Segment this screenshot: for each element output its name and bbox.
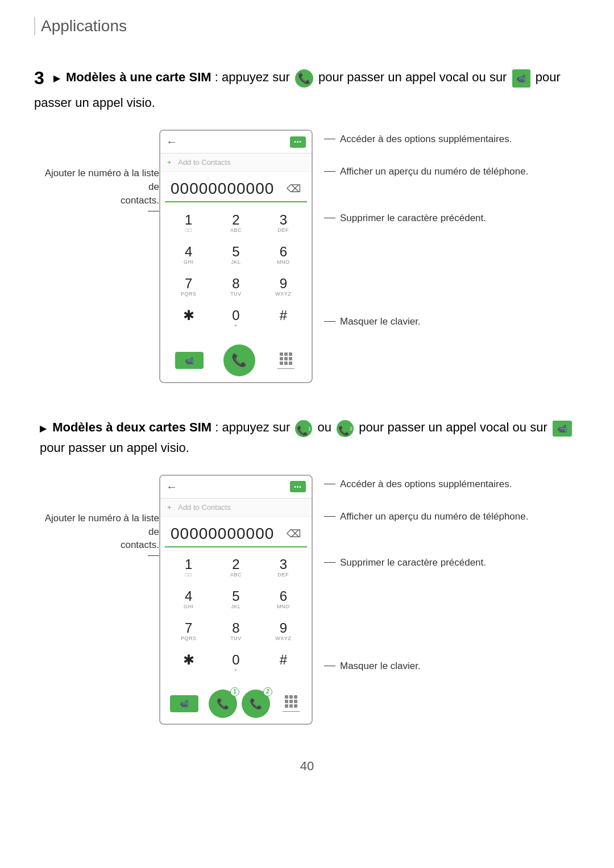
intro-text2-1: : appuyez sur	[215, 420, 293, 434]
section1-intro: 3 ▶ Modèles à une carte SIM : appuyez su…	[34, 64, 580, 113]
right-line-2-3	[324, 562, 335, 563]
key-star[interactable]: ✱	[170, 304, 207, 333]
right-text-1-4: Masquer le clavier.	[340, 315, 421, 329]
keypad-row-4: ✱ 0+ #	[165, 304, 307, 333]
intro-text2-2: ou	[318, 420, 335, 434]
key-9[interactable]: 9WXYZ	[265, 272, 302, 301]
sim1-badge: 1	[230, 687, 239, 696]
phone-icon-sim1: 📞1	[295, 420, 312, 437]
right-text-2-1: Accéder à des options supplémentaires.	[340, 477, 512, 491]
key-2-hash[interactable]: #	[265, 649, 302, 678]
key-1[interactable]: 1□□	[170, 208, 207, 238]
right-text-2-2: Afficher un aperçu du numéro de téléphon…	[340, 510, 528, 524]
three-dots-btn-1[interactable]: •••	[290, 136, 306, 148]
right-text-1-2: Afficher un aperçu du numéro de téléphon…	[340, 165, 528, 178]
call-btn-sim2[interactable]: 📞 2	[242, 690, 270, 718]
key-hash[interactable]: #	[265, 304, 302, 333]
call-btn-1[interactable]: 📞	[223, 344, 255, 376]
keypad-row-3: 7PQRS 8TUV 9WXYZ	[165, 272, 307, 301]
keypad-row-2-4: ✱ 0+ #	[165, 649, 307, 678]
hide-keypad-btn-1[interactable]	[275, 350, 297, 371]
key-2[interactable]: 2ABC	[217, 208, 254, 238]
right-col-1: Accéder à des options supplémentaires. A…	[324, 130, 528, 338]
right-ann-1-1: Accéder à des options supplémentaires.	[324, 132, 528, 146]
key-2-0[interactable]: 0+	[217, 649, 254, 678]
keypad-bottom-2: 📹 📞 1 📞 2	[160, 686, 312, 724]
phone-topbar-1: ← •••	[160, 131, 312, 153]
key-7[interactable]: 7PQRS	[170, 272, 207, 301]
intro-bold-2: Modèles à deux cartes SIM	[52, 420, 211, 434]
right-ann-1-4: Masquer le clavier.	[324, 315, 528, 329]
right-text-1-1: Accéder à des options supplémentaires.	[340, 132, 512, 146]
right-ann-2-3: Supprimer le caractère précédent.	[324, 556, 528, 570]
left-line-1	[148, 211, 159, 211]
key-3[interactable]: 3DEF	[265, 208, 302, 238]
intro-text2-4: pour passer un appel visio.	[40, 441, 189, 455]
section1: 3 ▶ Modèles à une carte SIM : appuyez su…	[34, 64, 580, 383]
keypad-1: 1□□ 2ABC 3DEF 4GHI 5JKL 6MNO 7PQRS 8TUV …	[160, 202, 312, 341]
video-icon-2: 📹	[553, 421, 572, 437]
video-call-btn-2[interactable]: 📹	[170, 695, 198, 712]
dots-icon-1: •••	[294, 139, 302, 145]
backspace-btn-1[interactable]: ⌫	[287, 182, 301, 195]
key-2-1[interactable]: 1□□	[170, 553, 207, 583]
key-2-star[interactable]: ✱	[170, 649, 207, 678]
right-ann-1-3: Supprimer le caractère précédent.	[324, 211, 528, 225]
left-label-2: Ajouter le numéro à la liste decontacts.	[34, 512, 159, 552]
keypad-row-2-2: 4GHI 5JKL 6MNO	[165, 585, 307, 614]
phone-number-1: 00000000000	[171, 180, 274, 198]
phone-icon-sim2: 📞2	[337, 420, 354, 437]
keypad-row-2-3: 7PQRS 8TUV 9WXYZ	[165, 617, 307, 646]
keypad-bottom-1: 📹 📞	[160, 341, 312, 382]
keypad-2: 1□□ 2ABC 3DEF 4GHI 5JKL 6MNO 7PQRS 8TUV …	[160, 547, 312, 686]
section2-diagram: Ajouter le numéro à la liste decontacts.…	[34, 475, 580, 725]
left-arrow-2	[148, 555, 159, 556]
left-arrow-1	[148, 211, 159, 211]
key-8[interactable]: 8TUV	[217, 272, 254, 301]
phone-number-2: 00000000000	[171, 525, 274, 543]
back-arrow-1: ←	[166, 135, 177, 148]
key-6[interactable]: 6MNO	[265, 240, 302, 269]
right-text-1-3: Supprimer le caractère précédent.	[340, 211, 486, 225]
right-line-1-1	[324, 139, 335, 139]
right-text-2-3: Supprimer le caractère précédent.	[340, 556, 486, 570]
add-contact-bar-2[interactable]: + Add to Contacts	[160, 499, 312, 517]
key-2-6[interactable]: 6MNO	[265, 585, 302, 614]
section2: ▶ Modèles à deux cartes SIM : appuyez su…	[34, 417, 580, 724]
add-contact-bar-1[interactable]: + Add to Contacts	[160, 153, 312, 172]
number-display-1: 00000000000 ⌫	[165, 172, 307, 202]
key-2-7[interactable]: 7PQRS	[170, 617, 207, 646]
intro-text1: : appuyez sur	[215, 70, 293, 84]
sim2-badge: 2	[263, 687, 272, 696]
triangle-icon-2: ▶	[40, 423, 47, 433]
key-0[interactable]: 0+	[217, 304, 254, 333]
right-line-1-2	[324, 171, 335, 172]
number-display-2: 00000000000 ⌫	[165, 517, 307, 547]
right-ann-2-4: Masquer le clavier.	[324, 659, 528, 673]
call-btn-sim1[interactable]: 📞 1	[209, 690, 237, 718]
right-line-1-3	[324, 218, 335, 218]
dots-icon-2: •••	[294, 484, 302, 490]
key-2-5[interactable]: 5JKL	[217, 585, 254, 614]
phone-icon-green: 📞	[295, 69, 313, 88]
key-5[interactable]: 5JKL	[217, 240, 254, 269]
key-2-9[interactable]: 9WXYZ	[265, 617, 302, 646]
step-number: 3	[34, 68, 44, 88]
phone-mockup-2: ← ••• + Add to Contacts 00000000000 ⌫ 1□…	[159, 475, 313, 725]
keypad-row-1: 1□□ 2ABC 3DEF	[165, 208, 307, 238]
key-2-8[interactable]: 8TUV	[217, 617, 254, 646]
key-2-2[interactable]: 2ABC	[217, 553, 254, 583]
hide-keypad-btn-2[interactable]	[280, 693, 302, 715]
triangle-icon: ▶	[53, 73, 60, 83]
three-dots-btn-2[interactable]: •••	[290, 481, 306, 492]
backspace-btn-2[interactable]: ⌫	[287, 528, 301, 540]
key-2-4[interactable]: 4GHI	[170, 585, 207, 614]
key-4[interactable]: 4GHI	[170, 240, 207, 269]
left-col-1: Ajouter le numéro à la liste decontacts.	[34, 167, 159, 211]
right-ann-1-2: Afficher un aperçu du numéro de téléphon…	[324, 165, 528, 178]
video-call-btn-1[interactable]: 📹	[175, 352, 204, 369]
key-2-3[interactable]: 3DEF	[265, 553, 302, 583]
keypad-row-2: 4GHI 5JKL 6MNO	[165, 240, 307, 269]
right-col-2: Accéder à des options supplémentaires. A…	[324, 475, 528, 683]
left-line-2	[148, 555, 159, 556]
